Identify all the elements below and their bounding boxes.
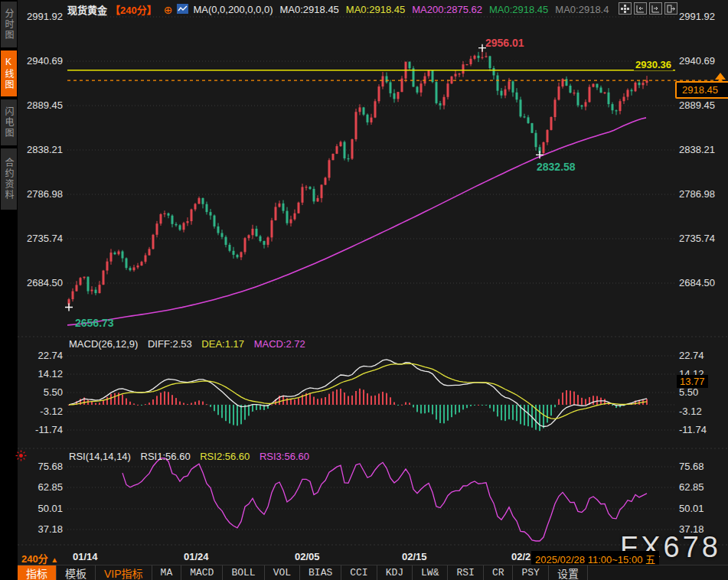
start-low-annotation: 2656.73 — [75, 317, 114, 329]
time-label: 01/14 — [73, 551, 98, 562]
axis-label: -3.12 — [23, 406, 63, 417]
axis-label: 62.85 — [23, 481, 63, 493]
toolbar-item-7[interactable]: BIAS — [300, 565, 341, 580]
axis-label: 75.68 — [23, 461, 63, 472]
axis-label: 2684.50 — [23, 277, 63, 288]
axis-label: 2940.69 — [679, 55, 715, 67]
indicator-toolbar: 指标模板VIP指标MAMACDBOLLVOLBIASCCIKDJLW&RSICR… — [18, 565, 728, 580]
time-label: 02/2 — [511, 551, 530, 562]
axis-label: -11.74 — [679, 424, 707, 435]
sidebar-item-timeshare[interactable]: 分时图 — [1, 2, 17, 47]
macd-dea-value: DEA:1.17 — [201, 338, 244, 350]
compress-x-icon[interactable] — [634, 2, 647, 15]
toolbar-item-12[interactable]: CR — [484, 565, 514, 580]
axis-label: 2684.50 — [679, 277, 715, 288]
axis-label: 2991.92 — [23, 11, 63, 22]
ma0-value-yellow: MA0:2918.45 — [346, 4, 405, 15]
axis-label: 2940.69 — [23, 55, 63, 67]
axis-label: 2786.98 — [23, 188, 63, 200]
ma-settings: MA(0,0,200,0,0,0) — [193, 4, 273, 15]
axis-label: 50.01 — [679, 503, 704, 514]
toolbar-item-13[interactable]: PSY — [513, 565, 548, 580]
axis-label: 50.01 — [23, 503, 63, 514]
axis-label: -3.12 — [679, 406, 702, 417]
macd-title[interactable]: MACD(26,12,9) — [69, 338, 138, 350]
axis-label: 5.50 — [679, 386, 698, 398]
symbol-title: 现货黄金 — [67, 2, 107, 17]
rsi-line — [122, 458, 647, 541]
ma0-value-green: MA0:2918.45 — [489, 4, 548, 15]
period-triangle-icon: ▲ — [51, 556, 58, 564]
chart-header: 现货黄金 【240分】 ⊕ MA(0,0,200,0,0,0) MA0:2918… — [67, 2, 615, 17]
axis-label: 2786.98 — [679, 188, 715, 200]
toolbar-item-5[interactable]: BOLL — [223, 565, 264, 580]
macd-pane-header: MACD(26,12,9) DIFF:2.53 DEA:1.17 MACD:2.… — [69, 338, 312, 350]
axis-label: 37.18 — [23, 523, 63, 535]
ma200-line — [67, 118, 646, 325]
toolbar-item-11[interactable]: RSI — [448, 565, 483, 580]
axis-label: 2735.74 — [23, 233, 63, 244]
toolbar-item-14[interactable]: 设置 — [549, 565, 588, 580]
axis-label: 2991.92 — [679, 11, 715, 22]
rsi1-value: RSI1:56.60 — [141, 451, 191, 462]
rsi-title[interactable]: RSI(14,14,14) — [69, 451, 131, 462]
axis-label: 5.50 — [23, 386, 63, 398]
ma0-value-white: MA0:2918.45 — [280, 4, 339, 15]
toolbar-item-8[interactable]: CCI — [341, 565, 377, 580]
macd-dea-line — [69, 363, 647, 419]
time-label: 01/24 — [184, 551, 209, 562]
toolbar-item-9[interactable]: KDJ — [377, 565, 413, 580]
time-label: 02/15 — [402, 551, 427, 562]
axis-label: 2735.74 — [679, 233, 715, 244]
rsi2-value: RSI2:56.60 — [200, 451, 250, 462]
alert-hot-icon[interactable] — [15, 450, 27, 464]
macd-diff-value: DIFF:2.53 — [148, 338, 192, 350]
toolbar-item-2[interactable]: VIP指标 — [96, 565, 152, 580]
candlestick-series — [68, 48, 648, 308]
sidebar-item-contract-info[interactable]: 合约资料 — [1, 148, 17, 210]
extreme-cross-marker — [65, 303, 73, 311]
axis-label: 22.74 — [679, 350, 704, 361]
circle-plus-icon[interactable]: ⊕ — [164, 4, 173, 16]
toolbar-item-6[interactable]: VOL — [265, 565, 300, 580]
sidebar-item-kline[interactable]: K线图 — [1, 51, 17, 96]
ma0-value-gray: MA0:2918.4 — [555, 4, 609, 15]
macd-diff-line — [69, 360, 647, 427]
toolbar-item-0[interactable]: 指标 — [18, 565, 57, 580]
mini-chart-icon[interactable] — [177, 4, 188, 16]
macd-hist-value: MACD:2.72 — [254, 338, 305, 350]
expand-x-icon[interactable] — [649, 2, 662, 15]
chart-tool-buttons — [619, 2, 677, 15]
left-tab-rail: 分时图 K线图 闪电图 合约资料 — [0, 0, 18, 580]
low-price-annotation: 2832.58 — [537, 161, 576, 173]
axis-label: 62.85 — [679, 481, 704, 493]
toolbar-item-3[interactable]: MA — [152, 565, 182, 580]
current-price-box: 2918.45 — [675, 81, 728, 99]
ma200-value: MA200:2875.62 — [412, 4, 482, 15]
axis-label: 14.12 — [23, 368, 63, 380]
period-badge[interactable]: 【240分】 — [110, 2, 157, 17]
axis-label: 75.68 — [679, 461, 704, 472]
exit-chart-icon[interactable] — [664, 2, 677, 15]
macd-current-value: 13.77 — [677, 375, 708, 388]
high-price-annotation: 2956.01 — [485, 37, 524, 49]
period-selector[interactable]: 240分 ▲ — [21, 551, 58, 565]
toolbar-item-1[interactable]: 模板 — [57, 565, 96, 580]
axis-label: 22.74 — [23, 350, 63, 361]
toolbar-item-4[interactable]: MACD — [181, 565, 223, 580]
move-crosshair-icon[interactable] — [619, 2, 632, 15]
time-label: 02/05 — [295, 551, 320, 562]
chart-canvas[interactable] — [0, 0, 728, 580]
rsi3-value: RSI3:56.60 — [260, 451, 309, 462]
axis-label: 2838.21 — [23, 144, 63, 155]
rsi-pane-header: RSI(14,14,14) RSI1:56.60 RSI2:56.60 RSI3… — [69, 451, 316, 462]
sidebar-item-lightning[interactable]: 闪电图 — [1, 99, 17, 145]
axis-label: 2889.45 — [679, 99, 715, 111]
alert-level-label[interactable]: 2930.36 — [634, 59, 673, 70]
axis-label: 2889.45 — [23, 99, 63, 111]
toolbar-item-10[interactable]: LW& — [413, 565, 448, 580]
axis-label: -11.74 — [23, 424, 63, 435]
trading-chart-app: 分时图 K线图 闪电图 合约资料 现货黄金 【240分】 ⊕ MA(0,0,20… — [0, 0, 728, 580]
macd-histogram — [68, 389, 648, 431]
axis-label: 2838.21 — [679, 144, 715, 155]
